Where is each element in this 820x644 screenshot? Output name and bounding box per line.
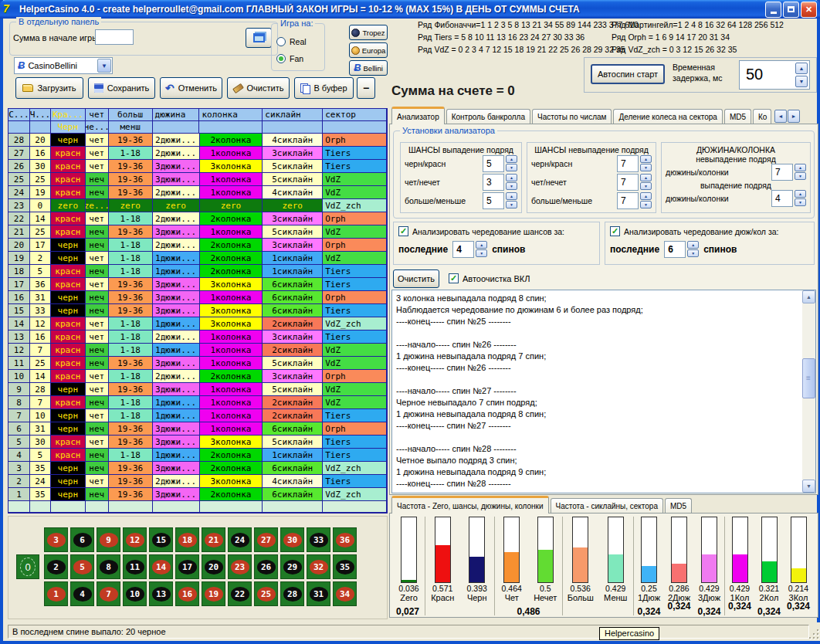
board-number-16[interactable]: 16 xyxy=(175,581,199,606)
board-number-22[interactable]: 22 xyxy=(228,581,252,606)
casino-button-bellini[interactable]: ɃBellini xyxy=(349,60,388,76)
tab-контроль-банкролла[interactable]: Контроль банкролла xyxy=(446,109,530,124)
log-scrollbar[interactable]: ▲ ▼ xyxy=(802,290,815,493)
board-zero[interactable]: 0 xyxy=(16,554,39,579)
spin-down-icon[interactable]: ▼ xyxy=(640,201,652,208)
panel2-spinner-1-value[interactable]: 7 xyxy=(617,174,639,191)
spin-down-icon[interactable]: ▼ xyxy=(640,182,652,190)
detach-panel-button[interactable] xyxy=(246,28,272,48)
delay-spinner[interactable]: 50 ▲ ▼ xyxy=(739,60,810,90)
panel1-spinner-2-value[interactable]: 5 xyxy=(483,192,504,209)
board-number-5[interactable]: 5 xyxy=(70,554,94,579)
spin-up-icon[interactable]: ▲ xyxy=(506,155,517,163)
panel2-spinner-2[interactable]: 7▲▼ xyxy=(617,192,652,209)
start-sum-input[interactable] xyxy=(95,29,134,45)
board-number-14[interactable]: 14 xyxy=(149,554,173,579)
tab-scroll-left-icon[interactable]: ◄ xyxy=(774,110,787,123)
dozen-miss-spinner[interactable]: 7▲▼ xyxy=(771,164,806,181)
board-number-20[interactable]: 20 xyxy=(202,554,225,579)
casino-select[interactable]: Ƀ CasinoBellini ▼ xyxy=(14,57,113,74)
collapse-button[interactable]: − xyxy=(357,77,375,99)
board-number-24[interactable]: 24 xyxy=(228,527,252,552)
board-number-33[interactable]: 33 xyxy=(307,527,330,552)
chances-window-spinner-value[interactable]: 4 xyxy=(452,241,474,258)
tab-частота-zero-шансы-дюжины-колонки[interactable]: Частота - Zero, шансы, дюжины, колонки xyxy=(391,496,549,514)
spin-up-icon[interactable]: ▲ xyxy=(795,164,806,171)
radio-icon[interactable] xyxy=(276,54,286,63)
alternation-dozcol-checkbox[interactable]: ✓ xyxy=(610,226,620,236)
minimize-button[interactable] xyxy=(765,2,781,18)
spin-down-icon[interactable]: ▼ xyxy=(795,76,808,87)
spin-down-icon[interactable]: ▼ xyxy=(795,198,806,206)
spin-down-icon[interactable]: ▼ xyxy=(640,164,652,171)
game-on-option-real[interactable]: Real xyxy=(276,33,307,50)
board-number-11[interactable]: 11 xyxy=(123,554,147,579)
tab-деление-колеса-на-сектора[interactable]: Деление колеса на сектора xyxy=(613,109,722,124)
radio-icon[interactable] xyxy=(276,37,286,46)
alternation-chances-checkbox[interactable]: ✓ xyxy=(398,226,408,236)
autoclear-checkbox[interactable]: ✓ xyxy=(449,273,459,283)
board-number-13[interactable]: 13 xyxy=(149,581,173,606)
undo-button[interactable]: ↶ Отменить xyxy=(160,77,222,99)
spin-up-icon[interactable]: ▲ xyxy=(795,190,806,198)
tab-ко[interactable]: Ко xyxy=(753,109,771,124)
casino-button-tropez[interactable]: Tropez xyxy=(349,25,388,40)
board-number-27[interactable]: 27 xyxy=(254,527,278,552)
panel2-spinner-0-value[interactable]: 7 xyxy=(617,155,639,172)
close-button[interactable]: ✕ xyxy=(801,2,817,18)
panel1-spinner-0-value[interactable]: 5 xyxy=(483,155,504,172)
spin-up-icon[interactable]: ▲ xyxy=(795,63,808,74)
spin-up-icon[interactable]: ▲ xyxy=(476,241,487,249)
board-number-26[interactable]: 26 xyxy=(254,554,278,579)
tab-md5[interactable]: MD5 xyxy=(724,109,751,124)
board-number-9[interactable]: 9 xyxy=(97,527,120,552)
dozen-hit-spinner-value[interactable]: 4 xyxy=(771,190,793,207)
board-number-25[interactable]: 25 xyxy=(254,581,278,606)
spin-up-icon[interactable]: ▲ xyxy=(640,192,652,200)
board-number-32[interactable]: 32 xyxy=(307,554,330,579)
panel2-spinner-2-value[interactable]: 7 xyxy=(617,192,639,209)
board-number-3[interactable]: 3 xyxy=(44,527,68,552)
scroll-up-icon[interactable]: ▲ xyxy=(802,290,815,303)
tab-анализатор[interactable]: Анализатор xyxy=(391,107,445,124)
board-number-35[interactable]: 35 xyxy=(333,554,357,579)
panel1-spinner-0[interactable]: 5▲▼ xyxy=(483,155,517,172)
scrollbar-thumb[interactable] xyxy=(802,358,815,398)
resize-grip[interactable] xyxy=(809,629,818,639)
tab-частоты-по-числам[interactable]: Частоты по числам xyxy=(532,109,612,124)
board-number-29[interactable]: 29 xyxy=(280,554,304,579)
spin-down-icon[interactable]: ▼ xyxy=(687,249,699,257)
spin-down-icon[interactable]: ▼ xyxy=(506,164,517,171)
load-button[interactable]: Загрузить xyxy=(15,77,83,99)
panel1-spinner-2[interactable]: 5▲▼ xyxy=(483,192,517,209)
board-number-4[interactable]: 4 xyxy=(70,581,94,606)
delay-value[interactable]: 50 xyxy=(740,61,794,89)
board-number-8[interactable]: 8 xyxy=(97,554,120,579)
spin-up-icon[interactable]: ▲ xyxy=(640,155,652,163)
dozcol-window-spinner[interactable]: 6▲▼ xyxy=(664,241,699,258)
save-button[interactable]: Сохранить xyxy=(88,77,155,99)
panel2-spinner-1[interactable]: 7▲▼ xyxy=(617,174,652,191)
dozen-miss-spinner-value[interactable]: 7 xyxy=(771,164,793,181)
board-number-15[interactable]: 15 xyxy=(149,527,173,552)
board-number-10[interactable]: 10 xyxy=(123,581,147,606)
maximize-button[interactable] xyxy=(783,2,799,18)
analyzer-log[interactable]: 3 колонка невыпадала подряд 8 спин;Наблю… xyxy=(391,290,816,493)
chevron-down-icon[interactable]: ▼ xyxy=(97,59,111,73)
board-number-2[interactable]: 2 xyxy=(44,554,68,579)
board-number-17[interactable]: 17 xyxy=(175,554,199,579)
copy-to-buffer-button[interactable]: В буфер xyxy=(294,77,354,99)
dozcol-window-spinner-value[interactable]: 6 xyxy=(664,241,686,258)
board-number-21[interactable]: 21 xyxy=(202,527,225,552)
board-number-31[interactable]: 31 xyxy=(307,581,330,606)
board-number-36[interactable]: 36 xyxy=(333,527,357,552)
dozen-hit-spinner[interactable]: 4▲▼ xyxy=(771,190,806,207)
spin-up-icon[interactable]: ▲ xyxy=(687,241,699,249)
tab-scroll-right-icon[interactable]: ► xyxy=(788,110,800,123)
board-number-28[interactable]: 28 xyxy=(280,581,304,606)
scroll-down-icon[interactable]: ▼ xyxy=(802,480,815,493)
spin-down-icon[interactable]: ▼ xyxy=(506,182,517,190)
chances-window-spinner[interactable]: 4▲▼ xyxy=(452,241,487,258)
board-number-23[interactable]: 23 xyxy=(228,554,252,579)
game-on-option-fan[interactable]: Fan xyxy=(276,50,307,67)
